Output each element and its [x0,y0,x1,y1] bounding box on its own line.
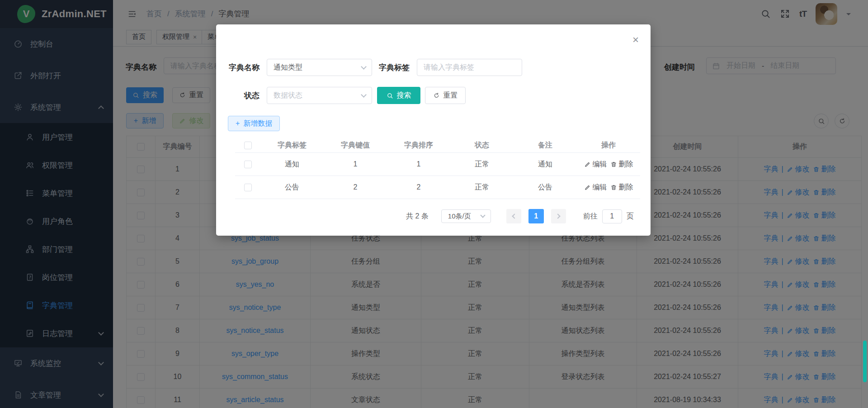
close-icon[interactable]: × [632,34,639,45]
trash-icon [610,161,617,168]
trash-icon [610,184,617,191]
modal-dict-name-label: 字典名称 [228,62,267,73]
plus-icon: + [236,119,240,128]
pagination-total: 共 2 条 [406,212,429,221]
header-remark: 备注 [514,138,577,153]
modal-status-select[interactable]: 数据状态 [267,87,372,104]
row-edit-link[interactable]: 编辑 [584,183,607,192]
current-page-button[interactable]: 1 [528,209,544,223]
vertical-scrollbar-thumb[interactable] [863,341,867,382]
modal-status-label: 状态 [228,90,267,101]
modal-dict-label-label: 字典标签 [372,62,417,73]
modal-table-header: 字典标签 字典键值 字典排序 状态 备注 操作 [235,138,640,153]
modal-add-data-button[interactable]: + 新增数据 [228,116,280,131]
page-unit-label: 页 [627,212,634,221]
refresh-icon [433,92,440,99]
header-action: 操作 [577,138,640,153]
goto-label: 前往 [583,212,598,221]
row-delete-link[interactable]: 删除 [610,183,633,192]
dict-data-table: 字典标签 字典键值 字典排序 状态 备注 操作 通知 1 1 正常 通知 编辑删… [235,138,640,199]
chevron-right-icon [555,213,560,218]
chevron-down-icon [361,64,367,70]
modal-table-row: 公告 2 2 正常 公告 编辑删除 [235,176,640,199]
row-checkbox[interactable] [244,184,252,191]
row-delete-link[interactable]: 删除 [610,160,633,169]
row-edit-link[interactable]: 编辑 [584,160,607,169]
header-status: 状态 [450,138,514,153]
chevron-down-icon [480,213,485,218]
header-dict-sort: 字典排序 [387,138,450,153]
row-checkbox[interactable] [244,161,252,168]
modal-select-all-checkbox[interactable] [244,142,252,149]
modal-dict-name-select[interactable]: 通知类型 [267,59,372,76]
modal-pagination: 共 2 条 10条/页 1 前往 页 [406,209,634,223]
pencil-icon [584,184,591,191]
goto-page-input[interactable] [602,209,622,223]
modal-reset-button[interactable]: 重置 [425,87,466,104]
prev-page-button[interactable] [506,209,521,223]
search-icon [387,92,393,99]
modal-dict-label-input[interactable] [417,59,522,76]
next-page-button[interactable] [551,209,566,223]
chevron-down-icon [361,92,367,98]
chevron-left-icon [512,213,517,218]
header-dict-label: 字典标签 [260,138,324,153]
page-size-select[interactable]: 10条/页 [441,209,491,223]
header-dict-value: 字典键值 [324,138,387,153]
modal-table-row: 通知 1 1 正常 通知 编辑删除 [235,153,640,176]
dict-data-dialog: × 字典名称 通知类型 字典标签 状态 数据状态 搜索 重置 + 新增数据 字典 [216,24,651,236]
pencil-icon [584,161,591,168]
modal-search-button[interactable]: 搜索 [377,87,420,104]
